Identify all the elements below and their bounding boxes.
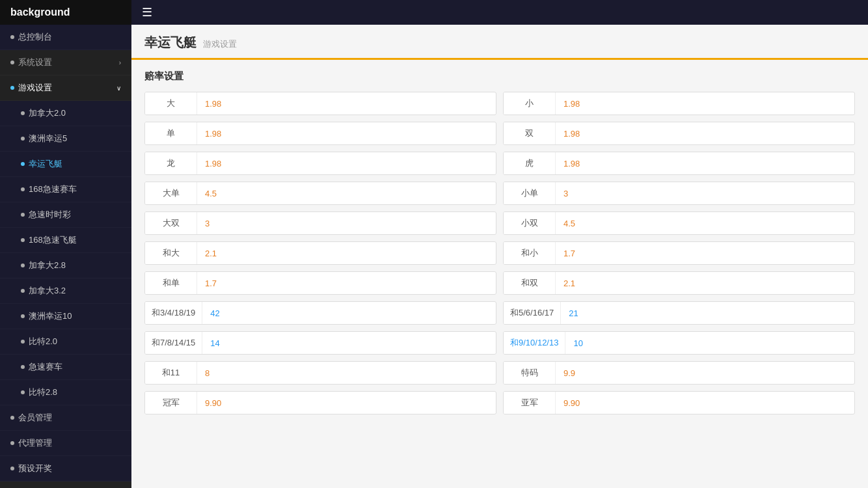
sidebar-item-system-settings[interactable]: 系统设置 › [0, 50, 131, 75]
dot-icon [21, 137, 25, 141]
topbar: ☰ [131, 0, 868, 25]
sidebar-item-bit20[interactable]: 比特2.0 [0, 329, 131, 355]
menu-icon[interactable]: ☰ [142, 5, 152, 20]
sidebar-item-lucky-boat[interactable]: 幸运飞艇 [0, 152, 131, 177]
field-value: 1.98 [197, 124, 496, 144]
field-label: 和双 [504, 272, 556, 294]
field-value: 9.90 [556, 393, 854, 413]
field-row[interactable]: 双 1.98 [503, 122, 855, 145]
dot-icon [10, 467, 14, 470]
sidebar-item-report[interactable]: 报表统计 › [0, 481, 131, 488]
dot-icon [21, 187, 25, 191]
field-value: 1.98 [197, 154, 496, 174]
field-label: 和单 [145, 272, 197, 294]
sidebar-label: 会员管理 [18, 412, 52, 424]
field-row[interactable]: 特码 9.9 [503, 361, 855, 385]
sidebar-item-speedtime[interactable]: 急速时时彩 [0, 202, 131, 228]
field-label: 和3/4/18/19 [145, 302, 202, 324]
sidebar-item-predict[interactable]: 预设开奖 [0, 456, 131, 481]
dot-icon [21, 213, 25, 217]
field-label: 亚军 [504, 392, 556, 414]
dot-icon [10, 441, 14, 445]
sidebar-label: 加拿大3.2 [29, 285, 66, 297]
sidebar-item-canada2[interactable]: 加拿大2.0 [0, 101, 131, 126]
field-value: 1.98 [556, 154, 854, 174]
fields-grid: 大 1.98 小 1.98 单 1.98 双 1.98 龙 1.98 虎 1.9… [144, 92, 855, 414]
field-row[interactable]: 大单 4.5 [144, 182, 496, 205]
field-row[interactable]: 和7/8/14/15 14 [144, 331, 496, 355]
dot-icon [10, 35, 14, 39]
field-row[interactable]: 龙 1.98 [144, 152, 496, 175]
field-value: 4.5 [556, 213, 854, 234]
field-row[interactable]: 小单 3 [503, 182, 855, 205]
page-subtitle: 游戏设置 [203, 38, 237, 50]
sidebar-item-agent[interactable]: 代理管理 [0, 431, 131, 456]
field-row[interactable]: 和单 1.7 [144, 271, 496, 295]
sidebar-label: 幸运飞艇 [29, 158, 62, 170]
sidebar-item-bit28[interactable]: 比特2.8 [0, 380, 131, 405]
field-value: 8 [197, 363, 496, 383]
sidebar-item-canada32[interactable]: 加拿大3.2 [0, 278, 131, 304]
field-value: 3 [197, 213, 496, 234]
field-label: 和7/8/14/15 [145, 332, 202, 354]
sidebar-item-australia10[interactable]: 澳洲幸运10 [0, 304, 131, 329]
field-row[interactable]: 和3/4/18/19 42 [144, 301, 496, 325]
field-label: 和小 [504, 242, 556, 264]
field-value: 1.98 [197, 94, 496, 114]
field-value: 10 [565, 333, 854, 353]
field-row[interactable]: 和双 2.1 [503, 271, 855, 295]
sidebar-item-dashboard[interactable]: 总控制台 [0, 25, 131, 50]
field-label: 大 [145, 92, 197, 115]
field-label: 小双 [504, 212, 556, 234]
field-value: 1.98 [556, 124, 854, 144]
field-row[interactable]: 和9/10/12/13 10 [503, 331, 855, 355]
field-label: 双 [504, 122, 556, 144]
sidebar-item-168racing[interactable]: 168急速赛车 [0, 177, 131, 202]
dot-icon [10, 86, 14, 90]
sidebar-item-member[interactable]: 会员管理 [0, 405, 131, 431]
field-row[interactable]: 冠军 9.90 [144, 391, 496, 414]
sidebar-label: 总控制台 [18, 31, 52, 43]
field-value: 9.9 [556, 363, 854, 383]
dot-icon [21, 238, 25, 242]
sidebar-title: background [0, 0, 131, 25]
sidebar-item-speedcar[interactable]: 急速赛车 [0, 355, 131, 380]
field-row[interactable]: 和11 8 [144, 361, 496, 385]
dot-icon [21, 390, 25, 394]
dot-icon [21, 289, 25, 293]
sidebar-label: 游戏设置 [18, 82, 52, 94]
dot-icon [21, 365, 25, 369]
page-title: 幸运飞艇 [144, 34, 197, 51]
field-label: 小单 [504, 182, 556, 204]
field-label: 龙 [145, 152, 197, 174]
sidebar-item-canada28[interactable]: 加拿大2.8 [0, 253, 131, 278]
field-label: 和大 [145, 242, 197, 264]
field-row[interactable]: 虎 1.98 [503, 152, 855, 175]
field-row[interactable]: 和5/6/16/17 21 [503, 301, 855, 325]
chevron-down-icon: ∨ [116, 85, 121, 92]
sidebar-item-168speedboat[interactable]: 168急速飞艇 [0, 228, 131, 253]
sidebar-item-game-settings[interactable]: 游戏设置 ∨ [0, 75, 131, 101]
sidebar-label: 澳洲幸运5 [29, 133, 67, 144]
field-label: 大单 [145, 182, 197, 204]
field-row[interactable]: 和大 2.1 [144, 241, 496, 265]
field-row[interactable]: 单 1.98 [144, 122, 496, 145]
field-value: 9.90 [197, 393, 496, 413]
sidebar-label: 加拿大2.8 [29, 260, 66, 271]
field-value: 4.5 [197, 183, 496, 204]
field-row[interactable]: 小双 4.5 [503, 211, 855, 235]
sidebar-item-australia5[interactable]: 澳洲幸运5 [0, 126, 131, 152]
field-value: 14 [202, 333, 496, 353]
field-label: 虎 [504, 152, 556, 174]
field-label: 和11 [145, 362, 197, 384]
field-value: 1.7 [556, 243, 854, 264]
field-row[interactable]: 大双 3 [144, 211, 496, 235]
field-label: 小 [504, 92, 556, 115]
sidebar-label: 代理管理 [18, 437, 52, 449]
field-row[interactable]: 和小 1.7 [503, 241, 855, 265]
dot-icon [21, 314, 25, 318]
field-row[interactable]: 亚军 9.90 [503, 391, 855, 414]
field-row[interactable]: 小 1.98 [503, 92, 855, 115]
field-row[interactable]: 大 1.98 [144, 92, 496, 115]
sidebar-label: 比特2.8 [29, 386, 57, 398]
